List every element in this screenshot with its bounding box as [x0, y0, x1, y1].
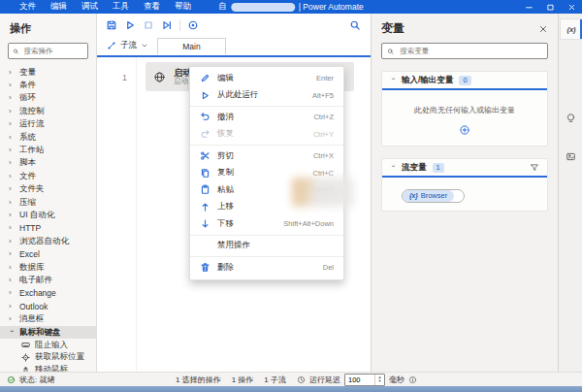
- chevron-right-icon: ›: [9, 94, 15, 102]
- subflow-icon: [107, 41, 116, 50]
- status-counts: 1 选择的操作 1 操作 1 子流 运行延迟 ▲▼ 毫秒: [176, 374, 417, 386]
- save-icon[interactable]: [106, 19, 117, 31]
- menu-tools[interactable]: 工具: [113, 1, 129, 13]
- sidebar-item-scripting[interactable]: ›脚本: [0, 157, 96, 170]
- sidebar-item-loops[interactable]: ›循环: [0, 92, 96, 105]
- menu-item-move-down[interactable]: 下移 Shift+Alt+Down: [190, 215, 343, 233]
- sidebar-item-folders[interactable]: ›文件夹: [0, 183, 96, 196]
- tab-main[interactable]: Main: [157, 38, 226, 54]
- tab-label: Main: [182, 42, 200, 51]
- variables-x-icon: (x): [566, 25, 575, 34]
- sidebar-item-label: 工作站: [19, 145, 45, 156]
- sidebar-item-conditions[interactable]: ›条件: [0, 79, 96, 91]
- menu-item-cut[interactable]: 剪切 Ctrl+X: [190, 147, 343, 165]
- io-variables-header[interactable]: › 输入/输出变量 0: [382, 72, 547, 90]
- rail-variables-tab[interactable]: (x): [560, 18, 582, 40]
- menu-item-delete[interactable]: 删除 Del: [190, 259, 343, 277]
- action-block-input[interactable]: 阻止输入: [0, 339, 96, 351]
- menu-item-disable-action[interactable]: 禁用操作: [190, 238, 343, 255]
- rail-ui-elements-tab[interactable]: [560, 107, 582, 128]
- menu-item-run-from-here[interactable]: 从此处运行 Alt+F5: [190, 87, 343, 105]
- recorder-icon[interactable]: [187, 19, 199, 31]
- menu-item-label: 上移: [217, 201, 234, 212]
- sidebar-item-label: 系统: [19, 132, 36, 144]
- sidebar-item-files[interactable]: ›文件: [0, 170, 96, 182]
- sidebar-item-database[interactable]: ›数据库: [0, 261, 96, 274]
- redacted-overlay: [292, 178, 354, 207]
- maximize-button[interactable]: [539, 0, 561, 14]
- actions-search[interactable]: [8, 43, 88, 59]
- chevron-right-icon: ›: [9, 173, 15, 180]
- spinner-down-icon[interactable]: ▼: [378, 379, 382, 383]
- variables-search[interactable]: [381, 43, 548, 59]
- variable-pill: {x} Browser: [403, 190, 454, 202]
- sidebar-item-run-flow[interactable]: ›运行流: [0, 118, 96, 131]
- menu-help[interactable]: 帮助: [175, 1, 191, 13]
- actions-panel-title: 操作: [0, 14, 96, 43]
- filter-icon[interactable]: [530, 163, 539, 173]
- variables-panel-title: 变量: [381, 20, 404, 37]
- run-delay-input[interactable]: [345, 375, 374, 385]
- copy-icon: [200, 168, 210, 179]
- search-icon: [387, 48, 394, 55]
- menu-item-label: 删除: [217, 262, 234, 274]
- canvas-search-icon[interactable]: [349, 19, 361, 31]
- rail-images-tab[interactable]: [560, 146, 582, 167]
- sidebar-item-browser-automation[interactable]: ›浏览器自动化: [0, 235, 96, 247]
- sidebar-item-outlook[interactable]: ›Outlook: [0, 300, 96, 312]
- sidebar-item-label: 鼠标和键盘: [19, 327, 61, 339]
- sidebar-item-workstation[interactable]: ›工作站: [0, 144, 96, 156]
- sidebar-item-mouse-and-keyboard[interactable]: ›鼠标和键盘: [0, 326, 96, 339]
- sidebar-item-ui-automation[interactable]: ›UI 自动化: [0, 209, 96, 221]
- variable-type-icon: {x}: [409, 192, 418, 199]
- sidebar-item-label: 条件: [19, 80, 36, 91]
- gutter-divider: [136, 57, 137, 372]
- variable-chip-browser[interactable]: {x} Browser: [402, 189, 465, 203]
- window-controls: [518, 0, 582, 14]
- sidebar-item-label: HTTP: [19, 223, 41, 233]
- sidebar-item-excel[interactable]: ›Excel: [0, 247, 96, 260]
- sidebar-item-label: 数据库: [19, 262, 45, 274]
- menu-item-label: 下移: [217, 218, 234, 230]
- run-delay-label: 运行延迟: [309, 375, 340, 385]
- actions-search-input[interactable]: [22, 46, 83, 56]
- action-item-label: 获取鼠标位置: [35, 351, 84, 363]
- subflows-dropdown[interactable]: 子流: [107, 40, 148, 51]
- menu-view[interactable]: 查看: [144, 1, 160, 13]
- spinner-buttons[interactable]: ▲▼: [374, 375, 384, 385]
- run-icon[interactable]: [124, 19, 136, 31]
- close-button[interactable]: [561, 0, 582, 14]
- close-panel-icon[interactable]: [538, 24, 548, 34]
- minimize-button[interactable]: [518, 0, 539, 14]
- action-get-mouse-position[interactable]: 获取鼠标位置: [0, 351, 96, 364]
- sidebar-item-message-boxes[interactable]: ›消息框: [0, 312, 96, 325]
- stop-icon[interactable]: [143, 19, 154, 31]
- menu-item-edit[interactable]: 编辑 Enter: [190, 70, 343, 87]
- run-next-action-icon[interactable]: [161, 19, 173, 31]
- action-context-menu: 编辑 Enter 从此处运行 Alt+F5 撤消 Ctrl+Z 恢复 Ctrl+…: [189, 66, 344, 280]
- menu-item-redo[interactable]: 恢复 Ctrl+Y: [190, 126, 343, 144]
- variables-search-input[interactable]: [398, 46, 542, 56]
- selected-actions-count: 1 选择的操作: [176, 375, 221, 385]
- menu-debug[interactable]: 调试: [81, 1, 98, 13]
- sidebar-item-email[interactable]: ›电子邮件: [0, 274, 96, 286]
- menu-item-undo[interactable]: 撤消 Ctrl+Z: [190, 109, 343, 126]
- sidebar-item-label: Exchange: [19, 288, 56, 298]
- chevron-right-icon: ›: [9, 264, 15, 272]
- sidebar-item-flow-control[interactable]: ›流控制: [0, 105, 96, 117]
- sidebar-item-exchange[interactable]: ›Exchange: [0, 287, 96, 300]
- sidebar-item-label: 循环: [19, 92, 36, 104]
- add-io-variable-button[interactable]: [382, 119, 547, 146]
- io-variables-empty-text: 此处尚无任何输入或输出变量: [382, 90, 547, 119]
- sidebar-item-compression[interactable]: ›压缩: [0, 196, 96, 209]
- sidebar-item-variables[interactable]: ›变量: [0, 66, 96, 79]
- flow-variables-header[interactable]: › 流变量 1: [382, 159, 547, 178]
- menu-edit[interactable]: 编辑: [50, 1, 67, 13]
- actions-panel: 操作 ›变量 ›条件 ›循环 ›流控制 ›运行流 ›系统 ›工作站 ›脚本 ›文…: [0, 14, 97, 372]
- sidebar-item-http[interactable]: ›HTTP: [0, 222, 96, 235]
- sidebar-item-system[interactable]: ›系统: [0, 131, 96, 144]
- menu-item-label: 剪切: [217, 150, 234, 162]
- run-delay-unit: 毫秒: [389, 375, 404, 385]
- menu-file[interactable]: 文件: [19, 1, 36, 13]
- scissors-icon: [200, 150, 210, 161]
